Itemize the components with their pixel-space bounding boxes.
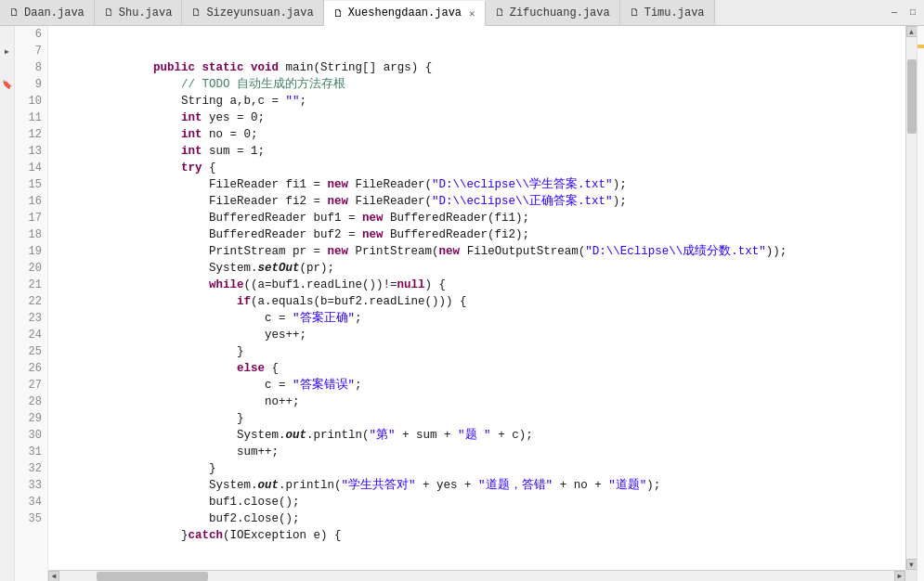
gutter-row-14 [0,160,14,176]
scroll-down-button[interactable]: ▼ [906,559,917,570]
str-empty: "" [286,95,300,108]
scroll-thumb-h[interactable] [97,572,208,581]
gutter-row-15 [0,176,14,193]
code-area[interactable]: public static void main(String[] args) {… [48,26,917,581]
tab-sizeyunsuan[interactable]: 🗋 Sizeyunsuan.java [182,0,323,25]
window-controls: — □ [887,6,924,20]
tab-timu[interactable]: 🗋 Timu.java [620,0,715,25]
code-lines: public static void main(String[] args) {… [48,26,917,527]
kw-else: else [237,362,265,375]
str-ti: "题 " [458,429,491,442]
gutter-row-9: 🔖 [0,76,14,93]
comment-todo: // TODO 自动生成的方法存根 [181,78,345,91]
kw-null-20: null [397,278,425,291]
kw-int-12: int [181,145,202,158]
gutter-row-21 [0,277,14,293]
linenum-20: 20 [15,260,47,277]
str-wrong: "答案错误" [293,379,355,392]
minimize-button[interactable]: — [887,6,902,20]
tab-bar: 🗋 Daan.java 🗋 Shu.java 🗋 Sizeyunsuan.jav… [0,0,924,26]
linenum-13: 13 [15,143,47,160]
scroll-track-v[interactable] [906,37,917,559]
gutter-row-6 [0,26,14,43]
horizontal-scrollbar[interactable]: ◀ ▶ [48,570,905,581]
str-path1: "D:\\eclipse\\学生答案.txt" [432,178,613,191]
str-stats: "学生共答对" [342,479,416,492]
kw-static: static [202,61,244,74]
bookmark-icon-9: 🔖 [2,80,12,90]
linenum-28: 28 [15,394,47,410]
gutter-row-24 [0,327,14,343]
restore-button[interactable]: □ [905,6,920,20]
tab-zifuchuang[interactable]: 🗋 Zifuchuang.java [486,0,620,25]
str-path2: "D:\\eclipse\\正确答案.txt" [432,195,613,208]
kw-void: void [251,61,279,74]
linenum-27: 27 [15,377,47,394]
tab-icon-shu: 🗋 [104,6,114,19]
kw-new-18: new [328,245,349,258]
editor-window: 🗋 Daan.java 🗋 Shu.java 🗋 Sizeyunsuan.jav… [0,0,924,581]
tab-daan[interactable]: 🗋 Daan.java [0,0,95,25]
gutter-row-32 [0,460,14,477]
str-path3: "D:\\Eclipse\\成绩分数.txt" [585,245,766,258]
kw-int-11: int [181,128,202,141]
linenum-22: 22 [15,293,47,310]
gutter-row-13 [0,143,14,160]
gutter-row-16 [0,193,14,210]
gutter-row-22 [0,293,14,310]
overview-mark [917,45,924,48]
method-out-29: out [286,429,307,442]
tab-close-xueshengdaan[interactable]: ✕ [469,7,475,19]
linenum-25: 25 [15,343,47,360]
tab-label-sizeyunsuan: Sizeyunsuan.java [206,6,313,19]
kw-new-16: new [362,212,384,225]
vertical-scrollbar[interactable]: ▲ ▼ [905,26,917,570]
tab-label-zifuchuang: Zifuchuang.java [510,6,610,19]
scroll-thumb-v[interactable] [907,59,917,134]
kw-int-10: int [181,111,202,124]
tab-shu[interactable]: 🗋 Shu.java [95,0,183,25]
linenum-26: 26 [15,360,47,377]
str-correct: "答案正确" [293,312,355,325]
linenum-29: 29 [15,410,47,427]
code-line-6 [48,26,917,43]
tab-label-xueshengdaan: Xueshengdaan.java [348,6,462,19]
linenum-31: 31 [15,444,47,460]
gutter-row-30 [0,427,14,444]
scroll-left-button[interactable]: ◀ [48,571,59,582]
tab-label-timu: Timu.java [644,6,705,19]
line-numbers: 6 7 8 9 10 11 12 13 14 15 16 17 18 19 20… [15,26,48,581]
scroll-right-button[interactable]: ▶ [894,571,905,582]
gutter-row-23 [0,310,14,327]
scroll-up-button[interactable]: ▲ [906,26,917,37]
gutter-row-19 [0,243,14,260]
method-out-32: out [258,479,280,492]
tab-label-daan: Daan.java [24,6,85,19]
linenum-32: 32 [15,460,47,477]
gutter-row-34 [0,494,14,510]
gutter-row-12 [0,126,14,143]
linenum-34: 34 [15,494,47,510]
scrollbar-corner [905,570,917,581]
tab-label-shu: Shu.java [119,6,173,19]
editor-body: ▶ 🔖 [0,26,924,581]
gutter-row-18 [0,226,14,243]
tab-icon-daan: 🗋 [9,6,20,19]
linenum-6: 6 [15,26,47,43]
tab-xueshengdaan[interactable]: 🗋 Xueshengdaan.java ✕ [324,1,486,26]
linenum-15: 15 [15,176,47,193]
kw-new-18b: new [439,245,461,258]
kw-if: if [237,295,251,308]
gutter-row-28 [0,394,14,410]
str-daoti2: "道题" [608,479,646,492]
linenum-18: 18 [15,226,47,243]
linenum-14: 14 [15,160,47,176]
kw-while: while [209,278,244,291]
gutter-row-33 [0,477,14,494]
tab-icon-timu: 🗋 [630,6,640,19]
tab-icon-zifuchuang: 🗋 [495,6,505,19]
linenum-11: 11 [15,110,47,126]
gutter-row-27 [0,377,14,394]
gutter-row-10 [0,93,14,110]
kw-new-14: new [328,178,349,191]
